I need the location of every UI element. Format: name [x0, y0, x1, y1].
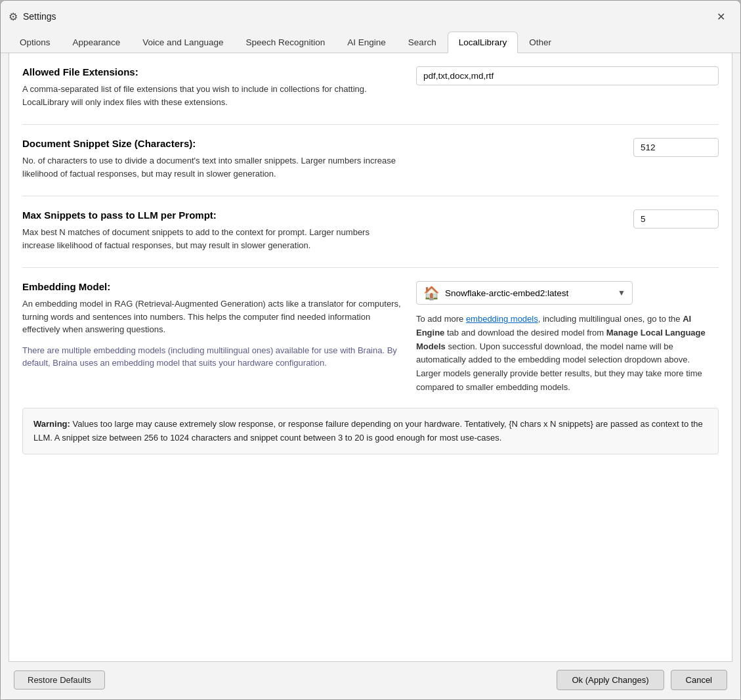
- tab-voice-language[interactable]: Voice and Language: [131, 32, 234, 53]
- max-snippets-desc: Max best N matches of document snippets …: [22, 226, 403, 252]
- warning-box: Warning: Values too large may cause extr…: [22, 408, 719, 455]
- snippet-size-title: Document Snippet Size (Characters):: [22, 138, 403, 149]
- embedding-info-middle3: section. Upon successful download, the m…: [416, 341, 690, 365]
- embedding-model-right: 🏠 Snowflake-arctic-embed2:latest ▼ To ad…: [416, 281, 719, 395]
- embedding-info-prefix: To add more: [416, 314, 466, 324]
- file-extensions-right: [416, 66, 719, 108]
- content-area: Allowed File Extensions: A comma-separat…: [9, 53, 732, 662]
- snippet-size-desc: No. of characters to use to divide a doc…: [22, 154, 403, 180]
- file-extensions-desc: A comma-separated list of file extension…: [22, 83, 403, 108]
- tab-speech-recognition[interactable]: Speech Recognition: [234, 32, 336, 53]
- gear-icon: ⚙: [9, 11, 18, 23]
- snippet-size-left: Document Snippet Size (Characters): No. …: [22, 138, 403, 180]
- tabs-bar: Options Appearance Voice and Language Sp…: [1, 31, 740, 53]
- divider-2: [22, 196, 719, 196]
- divider-3: [22, 267, 719, 268]
- embedding-info-text: To add more embedding models, including …: [416, 313, 719, 395]
- tab-ai-engine[interactable]: AI Engine: [336, 32, 397, 53]
- embedding-info-middle2: tab and download the desired model from: [444, 328, 606, 338]
- max-snippets-left: Max Snippets to pass to LLM per Prompt: …: [22, 209, 403, 252]
- snippet-size-right: [416, 138, 719, 180]
- settings-window: ⚙ Settings ✕ Options Appearance Voice an…: [0, 0, 741, 700]
- embedding-info-middle1: , including multilingual ones, go to the: [538, 314, 683, 324]
- tab-local-library[interactable]: LocalLibrary: [448, 32, 519, 53]
- max-snippets-input[interactable]: [633, 209, 719, 229]
- embedding-model-title: Embedding Model:: [22, 281, 403, 292]
- file-extensions-section: Allowed File Extensions: A comma-separat…: [22, 66, 719, 108]
- embedding-model-dropdown[interactable]: 🏠 Snowflake-arctic-embed2:latest ▼: [416, 281, 633, 305]
- file-extensions-title: Allowed File Extensions:: [22, 66, 403, 77]
- file-extensions-input[interactable]: [416, 66, 719, 85]
- embedding-info-suffix: Larger models generally provide better r…: [416, 368, 702, 392]
- restore-defaults-button[interactable]: Restore Defaults: [14, 670, 105, 689]
- warning-bold: Warning:: [33, 419, 70, 429]
- footer-right: Ok (Apply Changes) Cancel: [557, 670, 727, 690]
- tab-other[interactable]: Other: [518, 32, 562, 53]
- embedding-model-desc2: There are multiple embedding models (inc…: [22, 344, 403, 370]
- divider-1: [22, 124, 719, 125]
- snippet-size-section: Document Snippet Size (Characters): No. …: [22, 138, 719, 180]
- titlebar: ⚙ Settings ✕: [1, 1, 740, 31]
- max-snippets-title: Max Snippets to pass to LLM per Prompt:: [22, 209, 403, 221]
- max-snippets-section: Max Snippets to pass to LLM per Prompt: …: [22, 209, 719, 252]
- embedding-models-link[interactable]: embedding models: [466, 314, 538, 324]
- ok-button[interactable]: Ok (Apply Changes): [557, 670, 664, 690]
- tab-search[interactable]: Search: [397, 32, 448, 53]
- cancel-button[interactable]: Cancel: [671, 670, 727, 690]
- house-icon: 🏠: [423, 285, 440, 301]
- tab-appearance[interactable]: Appearance: [62, 32, 132, 53]
- file-extensions-left: Allowed File Extensions: A comma-separat…: [22, 66, 403, 108]
- snippet-size-input[interactable]: [633, 138, 719, 157]
- embedding-dropdown-row: 🏠 Snowflake-arctic-embed2:latest ▼: [416, 281, 719, 305]
- embedding-model-desc1: An embedding model in RAG (Retrieval-Aug…: [22, 297, 403, 336]
- footer: Restore Defaults Ok (Apply Changes) Canc…: [1, 662, 740, 699]
- dropdown-arrow-icon: ▼: [618, 288, 625, 297]
- close-button[interactable]: ✕: [711, 7, 730, 26]
- titlebar-left: ⚙ Settings: [9, 11, 56, 23]
- embedding-model-left: Embedding Model: An embedding model in R…: [22, 281, 403, 395]
- warning-text: Values too large may cause extremely slo…: [33, 419, 703, 443]
- embedding-model-section: Embedding Model: An embedding model in R…: [22, 281, 719, 395]
- max-snippets-right: [416, 209, 719, 252]
- tab-options[interactable]: Options: [9, 32, 62, 53]
- dropdown-value: Snowflake-arctic-embed2:latest: [445, 288, 568, 298]
- window-title: Settings: [23, 11, 56, 22]
